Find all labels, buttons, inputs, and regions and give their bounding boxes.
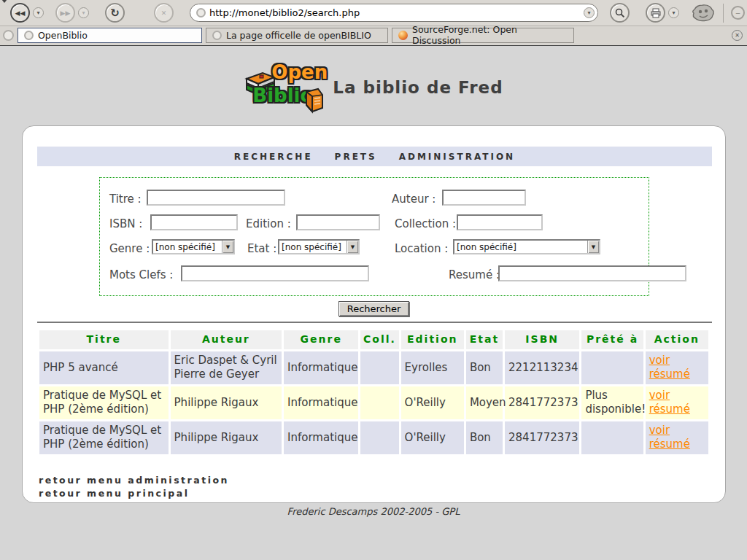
tab-label: OpenBiblio (38, 30, 88, 41)
table-header-row: Titre Auteur Genre Coll. Edition Etat IS… (39, 330, 708, 349)
cell-coll (360, 421, 398, 454)
edition-label: Edition : (246, 217, 291, 230)
cell-genre: Informatique (284, 351, 358, 384)
mots-clefs-input[interactable] (181, 265, 369, 281)
tab-close-button[interactable]: ✕ (732, 30, 743, 41)
column-header-isbn: ISBN (505, 330, 579, 349)
etat-select[interactable]: [non spécifié] ▼ (278, 239, 360, 254)
isbn-input[interactable] (150, 214, 238, 230)
tab-openbiblio-official[interactable]: La page officelle de openBIBLIO (206, 28, 388, 43)
print-button[interactable] (646, 3, 665, 23)
chevron-down-icon: ▼ (347, 241, 358, 253)
forward-button[interactable]: ▶▶ (55, 3, 75, 23)
cell-isbn: 2841772373 (505, 386, 579, 419)
genre-select-value: [non spécifié] (153, 242, 222, 252)
page-icon (212, 31, 222, 40)
cell-edition: O'Reilly (401, 386, 464, 419)
chevron-down-icon: ▼ (222, 241, 233, 253)
location-select[interactable]: [non spécifié] ▼ (453, 239, 600, 254)
cell-action: voir résumé (646, 421, 708, 454)
back-dropdown-button[interactable]: ▾ (33, 7, 44, 18)
tab-label: La page officelle de openBIBLIO (226, 30, 371, 41)
etat-select-value: [non spécifié] (279, 242, 347, 252)
stop-button[interactable]: ✕ (154, 3, 174, 23)
back-button[interactable]: ◀◀ (10, 3, 30, 23)
retour-menu-principal-link[interactable]: retour menu principal (39, 488, 229, 499)
collection-input[interactable] (457, 214, 543, 230)
search-form: Titre : Auteur : ISBN : Edition : Collec… (99, 177, 649, 296)
column-header-edition: Edition (401, 330, 464, 349)
url-dropdown-button[interactable]: ▾ (584, 7, 595, 18)
logo-text-open: Open (271, 63, 328, 82)
divider (37, 322, 712, 324)
search-button[interactable] (610, 3, 630, 23)
tab-sourceforge[interactable]: SourceForge.net: Open Discussion (392, 28, 574, 43)
cell-genre: Informatique (284, 421, 358, 454)
chevron-down-icon: ▾ (587, 9, 590, 16)
column-header-genre: Genre (284, 330, 358, 349)
printer-icon (650, 7, 662, 19)
table-row: Pratique de MySQL et PHP (2ème édition) … (39, 386, 708, 419)
column-header-auteur: Auteur (171, 330, 282, 349)
location-select-value: [non spécifié] (454, 242, 587, 252)
results-table: Titre Auteur Genre Coll. Edition Etat IS… (37, 328, 711, 456)
cell-action: voir résumé (646, 386, 708, 419)
table-row: PHP 5 avancé Eric Daspet & Cyril Pierre … (39, 351, 708, 384)
voir-resume-link[interactable]: voir résumé (649, 354, 690, 382)
genre-select[interactable]: [non spécifié] ▼ (152, 239, 235, 254)
titre-label: Titre : (109, 192, 142, 206)
auteur-label: Auteur : (392, 192, 436, 206)
voir-resume-link[interactable]: voir résumé (649, 424, 690, 452)
minimize-button[interactable]: − (731, 6, 745, 20)
edition-input[interactable] (296, 214, 380, 230)
cell-auteur: Eric Daspet & Cyril Pierre de Geyer (171, 351, 282, 384)
toolbar-separator (723, 4, 724, 23)
sourceforge-icon (398, 31, 408, 40)
voir-resume-link[interactable]: voir résumé (649, 389, 690, 417)
cell-edition: Eyrolles (401, 351, 464, 384)
book-icon (301, 86, 327, 114)
openbiblio-logo: Open Biblio (244, 61, 322, 114)
nav-item-recherche[interactable]: RECHERCHE (234, 152, 313, 162)
tab-list-icon[interactable] (3, 30, 14, 41)
nav-item-prets[interactable]: PRETS (335, 152, 377, 162)
column-header-titre: Titre (39, 330, 169, 349)
reload-icon: ↻ (110, 7, 120, 20)
rechercher-button[interactable]: Rechercher (338, 301, 410, 316)
cell-prete (581, 421, 643, 454)
tab-openbiblio[interactable]: OpenBiblio (18, 28, 202, 43)
resume-label: Resumé : (449, 268, 500, 281)
url-bar: ▾ (190, 4, 598, 22)
isbn-label: ISBN : (109, 217, 142, 230)
footer-links: retour menu administration retour menu p… (39, 475, 229, 500)
etat-label: Etat : (247, 242, 276, 255)
tab-label: SourceForge.net: Open Discussion (412, 24, 568, 46)
genre-label: Genre : (109, 242, 150, 255)
reload-button[interactable]: ↻ (105, 3, 125, 23)
galeon-mascot-icon (691, 2, 716, 24)
cell-isbn: 2212113234 (505, 351, 579, 384)
cell-prete: Plus disponible! (581, 386, 643, 419)
cell-edition: O'Reilly (401, 421, 464, 454)
titre-input[interactable] (147, 190, 285, 206)
page-viewport: Open Biblio La biblio de Fred RECHERCHE … (0, 47, 747, 560)
url-input[interactable] (209, 7, 580, 18)
close-icon: ✕ (735, 32, 740, 39)
print-dropdown-button[interactable]: ▾ (668, 7, 679, 18)
content-card: RECHERCHE PRETS ADMINISTRATION Titre : A… (22, 125, 726, 503)
resume-input[interactable] (498, 265, 686, 281)
retour-menu-administration-link[interactable]: retour menu administration (39, 475, 229, 486)
cell-genre: Informatique (284, 386, 358, 419)
chevron-down-icon: ▾ (36, 9, 39, 16)
cell-auteur: Philippe Rigaux (171, 386, 282, 419)
forward-dropdown-button[interactable]: ▾ (78, 7, 89, 18)
site-icon (196, 8, 206, 18)
cell-coll (360, 351, 398, 384)
auteur-input[interactable] (442, 190, 526, 206)
forward-icon: ▶▶ (61, 9, 71, 17)
nav-item-administration[interactable]: ADMINISTRATION (399, 152, 515, 162)
column-header-coll: Coll. (360, 330, 398, 349)
cell-isbn: 2841772373 (505, 421, 579, 454)
main-nav: RECHERCHE PRETS ADMINISTRATION (37, 147, 712, 166)
mots-clefs-label: Mots Clefs : (109, 268, 173, 281)
